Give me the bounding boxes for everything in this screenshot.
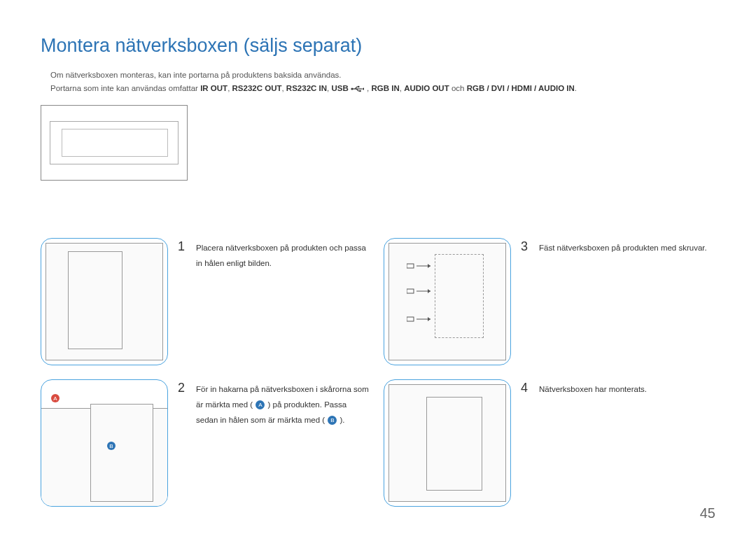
screw-arrow-icon: [407, 288, 432, 295]
steps-grid: 1 Placera nätverksboxen på produkten och…: [41, 238, 715, 507]
port-combo: RGB / DVI / HDMI / AUDIO IN: [467, 84, 575, 92]
step-1-number: 1: [178, 238, 189, 272]
port-irout: IR OUT: [200, 84, 227, 92]
page-title: Montera nätverksboxen (säljs separat): [41, 35, 715, 57]
mark-a-icon: A: [51, 394, 59, 402]
port-rs232cout: RS232C OUT: [232, 84, 282, 92]
screw-arrow-icon: [407, 316, 432, 323]
step-2: A B 2 För in hakarna på nätverksboxen i …: [41, 379, 370, 507]
product-back-diagram: [41, 105, 188, 181]
note-suffix: .: [575, 84, 577, 92]
step-2-text: För in hakarna på nätverksboxen i skåror…: [196, 379, 370, 428]
step-2-figure: A B: [41, 379, 168, 507]
step-4-text: Nätverksboxen har monterats.: [539, 379, 647, 398]
screw-arrow-icon: [407, 262, 432, 269]
step-4-figure: [384, 379, 511, 507]
step-3-text: Fäst nätverksboxen på produkten med skru…: [539, 238, 707, 256]
note-line2: Portarna som inte kan användas omfattar …: [50, 83, 715, 94]
note-block: Om nätverksboxen monteras, kan inte port…: [41, 69, 715, 95]
port-usb: USB: [331, 84, 348, 92]
badge-b-icon: B: [328, 416, 337, 425]
svg-point-3: [359, 90, 361, 92]
page-number: 45: [700, 505, 715, 521]
port-audioout: AUDIO OUT: [404, 84, 449, 92]
step-1-text: Placera nätverksboxen på produkten och p…: [196, 238, 370, 272]
port-rgbin: RGB IN: [372, 84, 400, 92]
step-2-t3: ).: [340, 416, 345, 424]
port-rs232cin: RS232C IN: [286, 84, 327, 92]
step-1: 1 Placera nätverksboxen på produkten och…: [41, 238, 370, 365]
step-4: 4 Nätverksboxen har monterats.: [384, 379, 713, 507]
step-4-number: 4: [521, 379, 532, 398]
step-3-figure: [384, 238, 511, 365]
step-3: 3 Fäst nätverksboxen på produkten med sk…: [384, 238, 713, 365]
mark-b-icon: B: [107, 442, 115, 450]
svg-rect-5: [407, 264, 414, 268]
svg-rect-7: [407, 289, 414, 293]
badge-a-icon: A: [255, 400, 265, 409]
step-2-number: 2: [178, 379, 189, 428]
svg-rect-9: [407, 317, 414, 321]
note-line1: Om nätverksboxen monteras, kan inte port…: [50, 69, 715, 81]
note-prefix: Portarna som inte kan användas omfattar: [50, 84, 200, 92]
usb-icon: [351, 85, 365, 92]
step-3-number: 3: [521, 238, 532, 256]
note-sep2: och: [451, 84, 467, 92]
svg-rect-2: [358, 86, 359, 87]
step-1-figure: [41, 238, 168, 365]
